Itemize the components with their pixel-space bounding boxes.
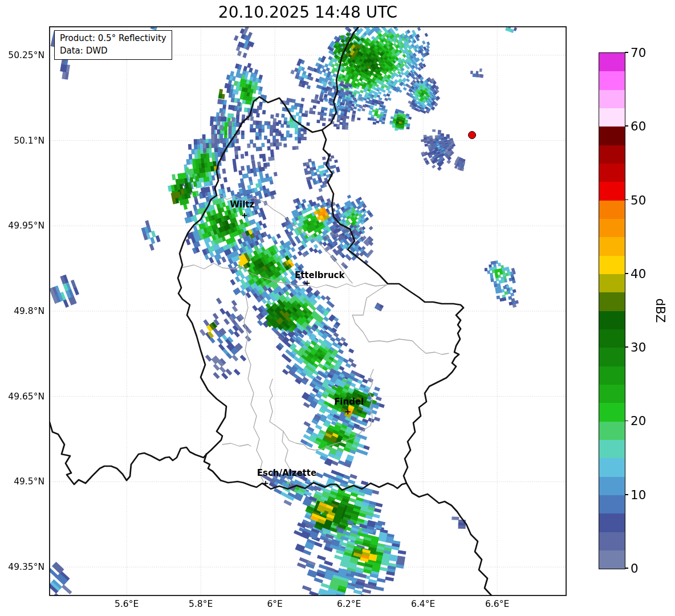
- colorbar-tick-label: 70: [631, 46, 646, 60]
- colorbar-tick-label: 20: [631, 414, 646, 428]
- colorbar-segment: [599, 385, 625, 403]
- colorbar-segment: [599, 53, 625, 71]
- colorbar-segment: [599, 274, 625, 292]
- product-info-box: Product: 0.5° Reflectivity Data: DWD: [54, 30, 172, 60]
- colorbar-segment: [599, 329, 625, 348]
- figure-title: 20.10.2025 14:48 UTC: [50, 2, 566, 23]
- data-source-line: Data: DWD: [60, 45, 166, 58]
- city-label: Wiltz: [230, 199, 254, 210]
- colorbar-segment: [599, 237, 625, 255]
- y-tick-label: 49.5°N: [14, 476, 44, 487]
- colorbar-segment: [599, 145, 625, 164]
- colorbar-segment: [599, 90, 625, 108]
- map-canvas: [0, 0, 675, 616]
- x-tick-label: 6.4°E: [411, 599, 435, 609]
- y-tick-label: 49.95°N: [8, 221, 44, 231]
- colorbar-segment: [599, 311, 625, 329]
- colorbar-segment: [599, 403, 625, 421]
- city-label: Esch/Alzette: [257, 468, 316, 478]
- colorbar-axis-label: dBZ: [653, 298, 668, 323]
- product-line: Product: 0.5° Reflectivity: [60, 32, 166, 45]
- colorbar-segment: [599, 127, 625, 145]
- colorbar-tick-label: 60: [631, 119, 646, 133]
- colorbar-segment: [599, 108, 625, 127]
- colorbar-segment: [599, 440, 625, 458]
- y-tick-label: 49.8°N: [14, 306, 44, 316]
- x-tick-label: 6°E: [267, 599, 282, 609]
- city-label: Findel: [334, 397, 364, 407]
- x-tick-label: 5.6°E: [115, 599, 139, 609]
- y-tick-label: 50.1°N: [14, 136, 44, 146]
- x-tick-label: 6.6°E: [485, 599, 509, 609]
- city-label: Ettelbruck: [295, 270, 345, 280]
- colorbar-tick-label: 0: [631, 561, 639, 576]
- colorbar-segment: [599, 201, 625, 219]
- colorbar-segment: [599, 164, 625, 182]
- colorbar-segment: [599, 495, 625, 513]
- y-tick-label: 49.35°N: [8, 562, 44, 572]
- colorbar-segment: [599, 219, 625, 237]
- colorbar-segment: [599, 71, 625, 89]
- colorbar-tick-label: 50: [631, 193, 646, 207]
- radar-figure: 20.10.2025 14:48 UTC Product: 0.5° Refle…: [0, 0, 675, 616]
- colorbar-segment: [599, 532, 625, 550]
- y-tick-label: 49.65°N: [8, 391, 44, 402]
- colorbar-segment: [599, 550, 625, 569]
- colorbar-tick-label: 40: [631, 266, 646, 280]
- colorbar-segment: [599, 348, 625, 366]
- y-tick-label: 50.25°N: [8, 50, 44, 60]
- colorbar-segment: [599, 458, 625, 476]
- colorbar-segment: [599, 182, 625, 200]
- colorbar-segment: [599, 292, 625, 311]
- colorbar: [599, 52, 625, 569]
- x-tick-label: 5.8°E: [189, 599, 213, 609]
- x-tick-label: 6.2°E: [337, 599, 361, 609]
- radar-site-marker: [468, 131, 476, 139]
- colorbar-segment: [599, 366, 625, 385]
- colorbar-segment: [599, 422, 625, 440]
- colorbar-segment: [599, 513, 625, 532]
- colorbar-tick-label: 10: [631, 487, 646, 501]
- colorbar-segment: [599, 256, 625, 274]
- colorbar-segment: [599, 477, 625, 495]
- colorbar-tick-label: 30: [631, 340, 646, 354]
